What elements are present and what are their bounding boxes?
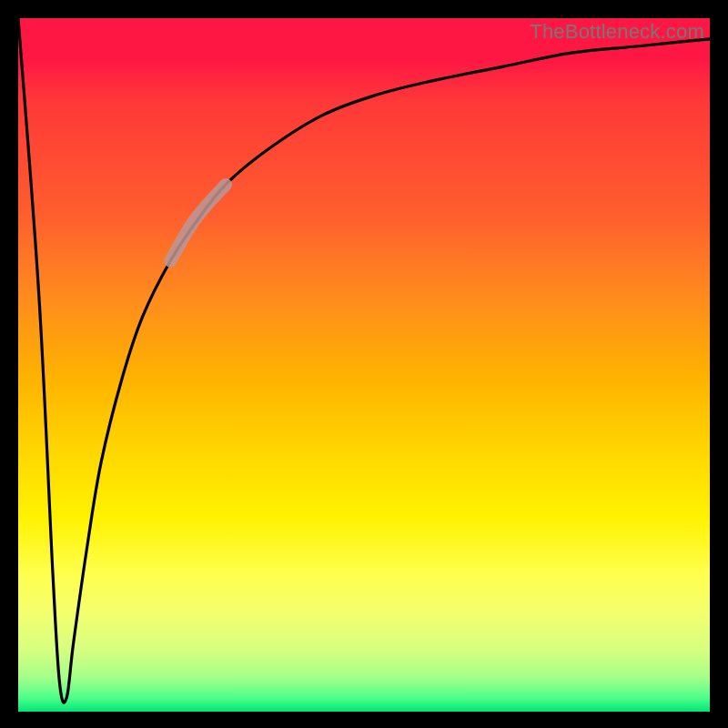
main-curve <box>18 18 710 703</box>
chart-frame: TheBottleneck.com <box>0 0 728 728</box>
chart-curve <box>18 18 710 712</box>
chart-plot-area: TheBottleneck.com <box>18 18 710 712</box>
curve-group <box>18 18 710 703</box>
highlight-segment <box>170 185 226 261</box>
